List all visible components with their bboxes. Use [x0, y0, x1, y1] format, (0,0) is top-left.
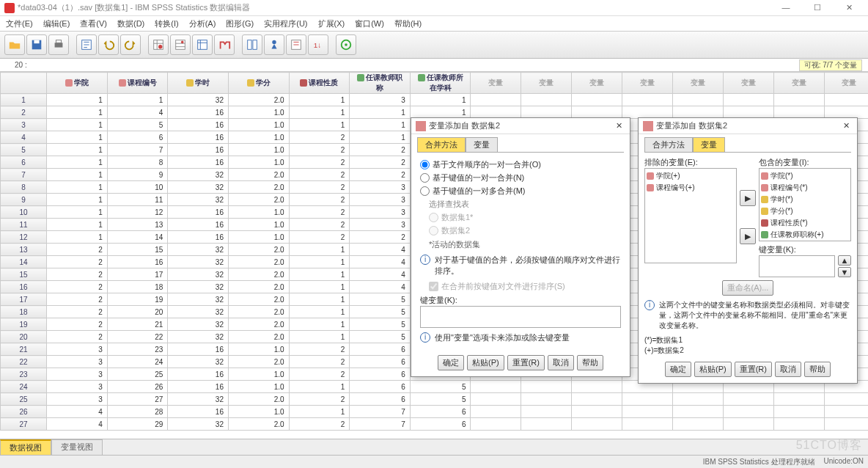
cell-empty[interactable] [521, 106, 572, 119]
cell[interactable]: 1 [47, 94, 108, 106]
cell[interactable]: 2 [289, 368, 350, 381]
col-header-empty[interactable]: 变量 [471, 73, 521, 94]
cell[interactable]: 2 [289, 206, 350, 219]
row-number[interactable]: 7 [1, 169, 47, 181]
dialog2-tab-variables[interactable]: 变量 [693, 137, 725, 152]
excluded-list[interactable]: 学院(+)课程编号(+) [644, 168, 737, 263]
cell[interactable]: 24 [107, 356, 168, 368]
cell[interactable]: 2.0 [228, 318, 289, 331]
cell-empty[interactable] [622, 393, 673, 406]
cell[interactable]: 3 [47, 368, 108, 381]
cell[interactable]: 2 [289, 231, 350, 244]
cell[interactable]: 4 [47, 406, 108, 418]
cell[interactable]: 3 [350, 206, 411, 219]
cell-empty[interactable] [824, 393, 868, 406]
col-header[interactable]: 学院 [47, 73, 108, 94]
cell[interactable]: 6 [350, 381, 411, 393]
cell[interactable]: 1 [289, 318, 350, 331]
dialog2-close-icon[interactable]: ✕ [840, 121, 853, 131]
cell[interactable]: 3 [47, 381, 108, 393]
row-number[interactable]: 11 [1, 219, 47, 231]
cell[interactable]: 4 [350, 268, 411, 281]
cell-empty[interactable] [572, 393, 622, 406]
cell[interactable]: 29 [107, 418, 168, 431]
cell[interactable]: 32 [168, 331, 229, 343]
cell[interactable]: 1.0 [228, 381, 289, 393]
cell-empty[interactable] [723, 406, 773, 418]
menu-view[interactable]: 查看(V) [80, 18, 107, 29]
cell-empty[interactable] [723, 94, 773, 106]
dialog2-paste-button[interactable]: 粘贴(P) [694, 362, 732, 377]
row-number[interactable]: 22 [1, 356, 47, 368]
cell-empty[interactable] [622, 94, 673, 106]
cell[interactable]: 32 [168, 418, 229, 431]
cell-empty[interactable] [471, 418, 521, 431]
cell[interactable]: 32 [168, 318, 229, 331]
print-icon[interactable] [48, 34, 69, 55]
cell[interactable]: 2 [350, 169, 411, 181]
cell[interactable]: 16 [168, 231, 229, 244]
cell[interactable]: 32 [168, 244, 229, 256]
cell[interactable]: 2.0 [228, 293, 289, 306]
cell[interactable]: 1 [47, 231, 108, 244]
cell[interactable]: 16 [107, 256, 168, 268]
tab-data-view[interactable]: 数据视图 [0, 439, 51, 455]
cell-empty[interactable] [723, 106, 773, 119]
cell-empty[interactable] [521, 406, 572, 418]
included-list[interactable]: 学院(*)课程编号(*)学时(*)学分(*)课程性质(*)任课教师职称(+)任课… [759, 168, 851, 241]
cell[interactable]: 2.0 [228, 94, 289, 106]
cell[interactable]: 5 [350, 306, 411, 318]
cell-empty[interactable] [672, 94, 723, 106]
close-window-button[interactable]: ✕ [834, 3, 864, 12]
cell[interactable]: 2 [289, 356, 350, 368]
cell[interactable]: 1.0 [228, 119, 289, 131]
radio-key-one[interactable] [420, 173, 430, 183]
cell[interactable]: 2 [289, 343, 350, 356]
cell[interactable]: 6 [350, 356, 411, 368]
cell[interactable]: 1.0 [228, 206, 289, 219]
cell[interactable]: 4 [350, 256, 411, 268]
keyvar-list2[interactable] [759, 255, 835, 277]
cell-empty[interactable] [471, 106, 521, 119]
cell[interactable]: 2 [289, 393, 350, 406]
cell[interactable]: 1 [289, 256, 350, 268]
cell[interactable]: 1.0 [228, 406, 289, 418]
save-icon[interactable] [26, 34, 47, 55]
cell-empty[interactable] [773, 393, 824, 406]
dialog1-paste-button[interactable]: 粘贴(P) [467, 355, 504, 370]
row-number[interactable]: 6 [1, 156, 47, 169]
cell[interactable]: 2 [47, 256, 108, 268]
cell[interactable]: 2 [47, 306, 108, 318]
cell[interactable]: 32 [168, 306, 229, 318]
row-number[interactable]: 15 [1, 268, 47, 281]
cell[interactable]: 27 [107, 393, 168, 406]
row-number[interactable]: 18 [1, 306, 47, 318]
cell[interactable]: 1 [107, 94, 168, 106]
cell-empty[interactable] [773, 406, 824, 418]
cell[interactable]: 15 [107, 244, 168, 256]
row-number[interactable]: 21 [1, 343, 47, 356]
open-icon[interactable] [4, 34, 25, 55]
list-item[interactable]: 学分(*) [761, 205, 849, 217]
cell[interactable]: 32 [168, 293, 229, 306]
row-number[interactable]: 25 [1, 393, 47, 406]
dialog1-close-icon[interactable]: ✕ [613, 121, 625, 131]
cell[interactable]: 3 [350, 181, 411, 194]
cell[interactable]: 1 [47, 156, 108, 169]
cell[interactable]: 1.0 [228, 219, 289, 231]
cell[interactable]: 1 [47, 181, 108, 194]
key-up-button[interactable]: ▲ [838, 255, 851, 266]
undo-icon[interactable] [98, 34, 119, 55]
recall-icon[interactable] [76, 34, 97, 55]
menu-utilities[interactable]: 实用程序(U) [264, 18, 307, 29]
cell[interactable]: 2.0 [228, 268, 289, 281]
cell[interactable]: 10 [107, 181, 168, 194]
dialog2-cancel-button[interactable]: 取消 [775, 362, 801, 377]
cell[interactable]: 32 [168, 169, 229, 181]
cell[interactable]: 3 [47, 393, 108, 406]
cell[interactable]: 2 [289, 194, 350, 206]
col-header[interactable]: 学分 [228, 73, 289, 94]
cell[interactable]: 1 [289, 406, 350, 418]
cell[interactable]: 32 [168, 356, 229, 368]
menu-window[interactable]: 窗口(W) [355, 18, 384, 29]
